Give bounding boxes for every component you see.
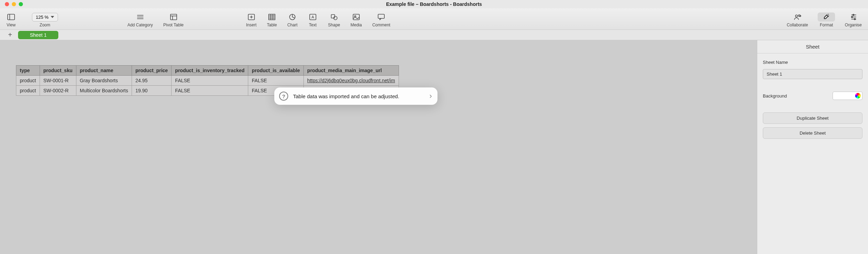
comment-icon[interactable] [376,12,386,22]
pivot-icon[interactable] [169,12,178,22]
window-title: Example file – Boardshorts - Boardshorts [386,1,482,7]
chevron-right-icon[interactable]: › [427,92,434,101]
cell[interactable]: FALSE [172,76,248,86]
background-color-picker[interactable] [833,92,862,100]
cell[interactable]: FALSE [248,76,304,86]
cell[interactable]: SW-0001-R [40,76,76,86]
sheet-tab-bar: + Sheet 1 [0,30,868,40]
comment-label: Comment [372,23,390,27]
svg-text:A: A [311,15,314,19]
media-icon[interactable] [351,12,361,22]
insert-icon[interactable] [247,12,256,22]
column-header[interactable]: product_price [132,66,172,76]
add-category-label: Add Category [127,23,153,27]
column-header[interactable]: product_is_available [248,66,304,76]
svg-point-31 [853,14,854,16]
sidebar-toggle-icon[interactable] [6,12,16,22]
popup-message: Table data was imported and can be adjus… [293,93,423,99]
add-sheet-button[interactable]: + [6,31,14,39]
colorwheel-icon [855,93,861,99]
shape-icon[interactable] [329,12,339,22]
window-close-icon[interactable] [5,2,9,6]
help-icon: ? [279,92,288,101]
svg-point-33 [854,18,856,20]
chart-label: Chart [287,23,297,27]
inspector-sidebar: Sheet Sheet Name Background Duplicate Sh… [757,40,868,254]
background-label: Background [763,93,787,99]
delete-sheet-button[interactable]: Delete Sheet [763,127,862,139]
cell[interactable]: Gray Boardshorts [76,76,132,86]
cell[interactable]: FALSE [172,86,248,96]
insert-label: Insert [246,23,257,27]
view-label: View [7,23,16,27]
text-icon[interactable]: A [308,12,318,22]
sheet-name-input[interactable] [763,69,862,79]
svg-point-32 [851,16,853,18]
svg-point-24 [795,15,798,17]
cell[interactable]: Multicolor Boardshorts [76,86,132,96]
media-label: Media [351,23,362,27]
svg-rect-23 [378,14,384,18]
organise-icon[interactable] [849,12,858,22]
table-row[interactable]: productSW-0001-RGray Boardshorts24.95FAL… [16,76,399,86]
column-header[interactable]: product_sku [40,66,76,76]
zoom-label: Zoom [40,23,50,27]
organise-label: Organise [845,23,862,27]
toolbar: View 125 % Zoom Add Category Pivot Table… [0,8,868,30]
format-label: Format [820,23,833,27]
sheet-name-label: Sheet Name [763,60,862,65]
cell[interactable]: product [16,76,40,86]
window-min-icon[interactable] [12,2,16,6]
cell[interactable]: https://d2j6dbq0eux0bg.cloudfront.net/im [303,76,399,86]
text-label: Text [309,23,317,27]
format-button[interactable] [818,12,835,22]
inspector-tab-sheet[interactable]: Sheet [757,40,868,53]
import-popup[interactable]: ? Table data was imported and can be adj… [274,87,437,105]
svg-rect-5 [170,14,177,20]
table-icon[interactable] [267,12,277,22]
shape-label: Shape [328,23,340,27]
column-header[interactable]: product_name [76,66,132,76]
cell[interactable]: product [16,86,40,96]
cell[interactable]: 24.95 [132,76,172,86]
table-label: Table [267,23,277,27]
cell[interactable]: SW-0002-R [40,86,76,96]
zoom-select[interactable]: 125 % [32,13,58,22]
svg-rect-0 [8,14,15,20]
chart-icon[interactable] [287,12,297,22]
pivot-label: Pivot Table [163,23,183,27]
column-header[interactable]: product_is_inventory_tracked [172,66,248,76]
column-header[interactable]: product_media_main_image_url [303,66,399,76]
collaborate-icon[interactable] [793,12,802,22]
cell[interactable]: 19.90 [132,86,172,96]
chevron-down-icon [51,16,54,18]
sheet-tab-1[interactable]: Sheet 1 [18,31,58,39]
canvas[interactable]: typeproduct_skuproduct_nameproduct_price… [0,40,757,254]
svg-rect-11 [269,14,275,20]
duplicate-sheet-button[interactable]: Duplicate Sheet [763,112,862,124]
category-icon[interactable] [135,12,145,22]
svg-rect-21 [353,14,359,20]
svg-rect-19 [331,15,335,18]
column-header[interactable]: type [16,66,40,76]
collaborate-label: Collaborate [787,23,808,27]
window-max-icon[interactable] [19,2,23,6]
